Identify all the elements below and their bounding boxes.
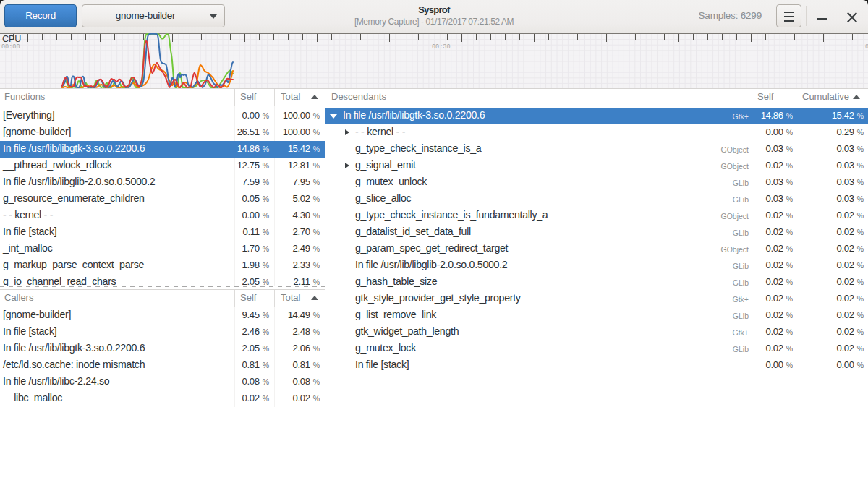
svg-text:00:30: 00:30	[432, 43, 451, 51]
svg-text:01:: 01:	[865, 43, 868, 51]
svg-text:00:00: 00:00	[1, 43, 20, 51]
